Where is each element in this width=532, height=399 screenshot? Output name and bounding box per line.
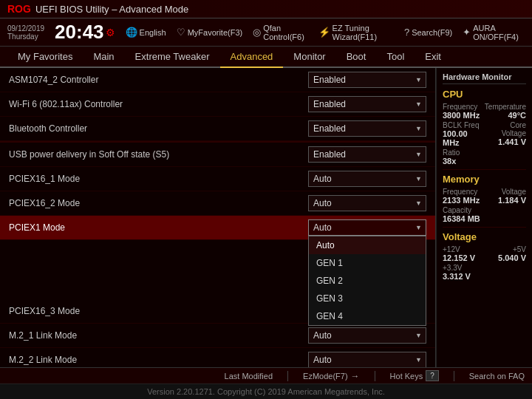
setting-row-wifi: Wi-Fi 6 (802.11ax) Controller Enabled <box>0 92 435 117</box>
nav-advanced[interactable]: Advanced <box>220 47 284 68</box>
hw-cpu-freq-label: Frequency <box>443 103 480 111</box>
status-ezmode[interactable]: EzMode(F7) → <box>303 371 360 381</box>
dropdown-bt[interactable]: Enabled <box>308 120 426 137</box>
fan-icon: ◎ <box>253 27 261 38</box>
search-icon: ? <box>404 27 409 38</box>
hw-mem-voltage-val: 1.184 V <box>498 196 526 205</box>
myfavorite-label: MyFavorite(F3) <box>188 28 243 37</box>
dropdown-pcie16-2[interactable]: Auto <box>308 195 426 211</box>
footer-text: Version 2.20.1271. Copyright (C) 2019 Am… <box>147 387 385 396</box>
dropdown-option-auto[interactable]: Auto <box>309 236 426 254</box>
setting-row-pcie16-1: PCIEX16_1 Mode Auto <box>0 167 435 191</box>
status-divider-2 <box>375 371 375 381</box>
nav-tool[interactable]: Tool <box>376 47 415 68</box>
dropdown-asm[interactable]: Enabled <box>308 72 426 88</box>
status-search-faq[interactable]: Search on FAQ <box>469 372 525 381</box>
bios-title: UEFI BIOS Utility – Advanced Mode <box>35 4 188 15</box>
nav-main[interactable]: Main <box>83 47 124 68</box>
ezmode-arrow-icon: → <box>351 371 360 381</box>
hw-divider-1 <box>443 169 526 170</box>
dropdown-pcie1[interactable]: Auto <box>308 219 426 236</box>
info-icons: 🌐 English ♡ MyFavorite(F3) ◎ Qfan Contro… <box>126 24 525 41</box>
hw-mem-cap-block: Capacity 16384 MB <box>443 206 480 223</box>
setting-row-pcie16-2: PCIEX16_2 Mode Auto <box>0 191 435 216</box>
hw-core-voltage-val: 1.441 V <box>485 137 526 146</box>
footer: Version 2.20.1271. Copyright (C) 2019 Am… <box>0 383 532 399</box>
myfavorite-button[interactable]: ♡ MyFavorite(F3) <box>177 27 243 38</box>
nav-my-favorites[interactable]: My Favorites <box>7 47 83 68</box>
language-button[interactable]: 🌐 English <box>126 27 166 38</box>
status-last-modified[interactable]: Last Modified <box>225 372 273 381</box>
hw-cpu-freq-val: 3800 MHz <box>443 111 480 120</box>
hw-mem-voltage-block: Voltage 1.184 V <box>498 188 526 205</box>
tuning-icon: ⚡ <box>318 27 330 38</box>
dropdown-option-gen1[interactable]: GEN 1 <box>309 254 426 272</box>
nav-exit[interactable]: Exit <box>415 47 451 68</box>
search-button[interactable]: ? Search(F9) <box>404 27 452 38</box>
setting-control-asm: Enabled <box>308 72 426 88</box>
setting-control-pcie1: Auto Auto GEN 1 GEN 2 GEN 3 GEN 4 <box>308 219 426 236</box>
setting-label-pcie16-2: PCIEX16_2 Mode <box>9 198 80 208</box>
hw-5v-block: +5V 5.040 V <box>498 245 526 262</box>
hw-ratio-label: Ratio <box>443 149 460 157</box>
dropdown-option-gen4[interactable]: GEN 4 <box>309 307 426 325</box>
title-bar: ROG UEFI BIOS Utility – Advanced Mode <box>0 0 532 18</box>
hw-core-voltage-label: Core Voltage <box>485 121 526 137</box>
hw-mem-voltage-label: Voltage <box>498 188 526 196</box>
status-bar: Last Modified EzMode(F7) → Hot Keys ? Se… <box>0 367 532 383</box>
setting-label-pcie1: PCIEX1 Mode <box>9 222 65 233</box>
rog-logo: ROG <box>7 3 31 15</box>
ez-tuning-label: EZ Tuning Wizard(F11) <box>332 24 394 41</box>
hw-cpu-bclk-row: BCLK Freq 100.00 MHz Core Voltage 1.441 … <box>443 121 526 147</box>
hw-cpu-freq-block: Frequency 3800 MHz <box>443 103 480 120</box>
dropdown-m2-2[interactable]: Auto <box>308 352 426 367</box>
ez-tuning-button[interactable]: ⚡ EZ Tuning Wizard(F11) <box>318 24 394 41</box>
nav-monitor[interactable]: Monitor <box>283 47 335 68</box>
hotkeys-label: Hot Keys <box>390 372 423 381</box>
nav-boot[interactable]: Boot <box>336 47 377 68</box>
hw-cpu-ratio-row: Ratio 38x <box>443 149 526 166</box>
settings-gear-icon[interactable]: ⚙ <box>106 27 115 38</box>
search-label: Search(F9) <box>412 28 452 37</box>
setting-row-m2-2: M.2_2 Link Mode Auto <box>0 348 435 367</box>
setting-row-asm: ASM1074_2 Controller Enabled <box>0 68 435 92</box>
dropdown-option-gen2[interactable]: GEN 2 <box>309 272 426 290</box>
status-hotkeys[interactable]: Hot Keys ? <box>390 370 439 381</box>
setting-control-m2-2: Auto <box>308 352 426 367</box>
hw-mem-freq-block: Frequency 2133 MHz <box>443 188 480 205</box>
setting-label-asm: ASM1074_2 Controller <box>9 75 98 85</box>
dropdown-usb[interactable]: Enabled <box>308 146 426 163</box>
datetime-block: 09/12/2019 Thursday <box>7 24 44 41</box>
setting-label-bt: Bluetooth Controller <box>9 123 87 134</box>
setting-row-pcie1: PCIEX1 Mode Auto Auto GEN 1 GEN 2 GEN 3 … <box>0 216 435 240</box>
status-divider-1 <box>287 371 288 381</box>
setting-label-usb: USB power delivery in Soft Off state (S5… <box>9 149 169 160</box>
dropdown-wifi[interactable]: Enabled <box>308 96 426 112</box>
dropdown-pcie1-options: Auto GEN 1 GEN 2 GEN 3 GEN 4 <box>308 236 426 326</box>
hw-33v-label: +3.3V <box>443 264 471 272</box>
dropdown-m2-1[interactable]: Auto <box>308 327 426 344</box>
hw-volt-12v-row: +12V 12.152 V +5V 5.040 V <box>443 245 526 262</box>
qfan-button[interactable]: ◎ Qfan Control(F6) <box>253 24 307 41</box>
date-line2: Thursday <box>7 33 44 41</box>
setting-row-m2-1: M.2_1 Link Mode Auto <box>0 324 435 348</box>
nav-extreme-tweaker[interactable]: Extreme Tweaker <box>125 47 220 68</box>
hw-monitor-title: Hardware Monitor <box>443 72 526 84</box>
hw-cpu-freq-row: Frequency 3800 MHz Temperature 49°C <box>443 103 526 120</box>
setting-control-pcie16-2: Auto <box>308 195 426 211</box>
dropdown-pcie16-1[interactable]: Auto <box>308 171 426 187</box>
hw-ratio-block: Ratio 38x <box>443 149 460 166</box>
favorite-icon: ♡ <box>177 27 185 38</box>
globe-icon: 🌐 <box>126 27 137 38</box>
dropdown-option-gen3[interactable]: GEN 3 <box>309 290 426 307</box>
hw-mem-freq-row: Frequency 2133 MHz Voltage 1.184 V <box>443 188 526 205</box>
info-bar: 09/12/2019 Thursday 20:43 ⚙ 🌐 English ♡ … <box>0 18 532 47</box>
aura-button[interactable]: ✦ AURA ON/OFF(F4) <box>463 24 525 41</box>
setting-row-bt: Bluetooth Controller Enabled <box>0 117 435 141</box>
setting-control-usb: Enabled <box>308 146 426 163</box>
setting-label-m2-1: M.2_1 Link Mode <box>9 330 77 341</box>
hw-5v-val: 5.040 V <box>498 253 526 262</box>
hw-mem-freq-val: 2133 MHz <box>443 196 480 205</box>
setting-label-pcie16-1: PCIEX16_1 Mode <box>9 174 80 184</box>
setting-label-wifi: Wi-Fi 6 (802.11ax) Controller <box>9 99 123 109</box>
